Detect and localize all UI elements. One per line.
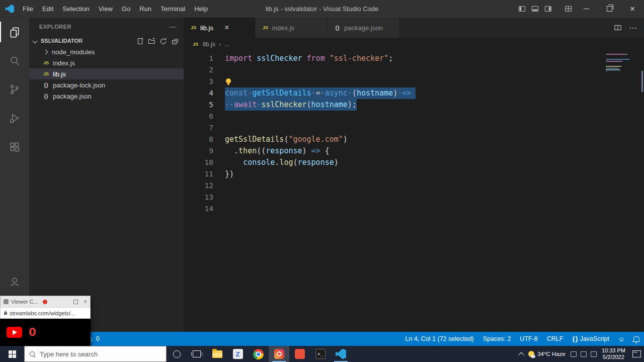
minimize-button[interactable] xyxy=(575,0,598,18)
tab-lib.js[interactable]: JSlib.js× xyxy=(184,18,256,38)
js-file-icon: JS xyxy=(42,71,50,76)
toggle-sidebar-icon[interactable] xyxy=(515,0,528,18)
project-section-header[interactable]: SSLVALIDATOR xyxy=(29,35,184,46)
refresh-icon[interactable] xyxy=(159,37,167,45)
code-area: 1import sslChecker from "ssl-checker";23… xyxy=(184,53,644,215)
json-file-icon: {} xyxy=(334,25,341,31)
run-debug-icon[interactable] xyxy=(0,104,29,132)
restore-button[interactable] xyxy=(598,0,621,18)
file-item-lib.js[interactable]: JSlib.js xyxy=(29,68,184,79)
explorer-more-actions-icon[interactable]: ⋯ xyxy=(169,23,177,31)
minimap[interactable] xyxy=(606,54,636,78)
search-input[interactable] xyxy=(39,350,161,358)
breadcrumb[interactable]: JS lib.js › ... xyxy=(184,38,644,51)
customize-layout-icon[interactable] xyxy=(561,0,575,18)
status-eol[interactable]: CRLF xyxy=(542,332,568,346)
system-tray: 34°C Haze 10:33 PM 5/2/2022 xyxy=(519,346,644,362)
toggle-panel-icon[interactable] xyxy=(528,0,541,18)
tray-status-icons[interactable] xyxy=(571,351,597,357)
extensions-icon[interactable] xyxy=(0,132,29,161)
code-line-4[interactable]: 4const·getSslDetails·=·async·(hostname)·… xyxy=(184,87,644,99)
new-folder-icon[interactable] xyxy=(148,37,155,45)
code-line-3[interactable]: 3 xyxy=(184,76,644,87)
menu-help[interactable]: Help xyxy=(190,0,212,18)
menu-view[interactable]: View xyxy=(94,0,117,18)
search-icon[interactable] xyxy=(0,46,29,75)
tab-index.js[interactable]: JSindex.js xyxy=(256,18,328,38)
viewer-close-icon[interactable]: × xyxy=(84,298,87,305)
start-button[interactable] xyxy=(0,346,24,362)
viewer-window-titlebar[interactable]: Viewer C... × xyxy=(0,296,91,307)
menu-selection[interactable]: Selection xyxy=(58,0,94,18)
file-item-package.json[interactable]: {}package.json xyxy=(29,90,184,102)
status-cursor-position[interactable]: Ln 4, Col 1 (72 selected) xyxy=(401,332,478,346)
file-item-package-lock.json[interactable]: {}package-lock.json xyxy=(29,79,184,90)
code-line-2[interactable]: 2 xyxy=(184,64,644,76)
viewer-maximize-icon[interactable] xyxy=(73,300,78,304)
menu-edit[interactable]: Edit xyxy=(38,0,58,18)
code-line-10[interactable]: 10 console.log(response) xyxy=(184,157,644,168)
app-orange-icon xyxy=(295,349,305,359)
taskbar-search[interactable] xyxy=(24,346,167,362)
line-number: 10 xyxy=(184,157,225,168)
code-editor[interactable]: 1import sslChecker from "ssl-checker";23… xyxy=(184,51,644,332)
code-line-9[interactable]: 9 .then((response) => { xyxy=(184,145,644,157)
tab-package.json[interactable]: {}package.json xyxy=(328,18,399,38)
tray-icon[interactable] xyxy=(571,351,577,357)
taskbar-app-chrome[interactable] xyxy=(248,346,269,362)
viewer-address-bar[interactable]: streamlabs.com/widgets/... xyxy=(0,307,91,319)
tab-label: lib.js xyxy=(200,24,213,32)
feedback-icon[interactable]: ☺ xyxy=(614,332,629,346)
hidden-icons-chevron[interactable] xyxy=(518,352,524,357)
code-line-14[interactable]: 14 xyxy=(184,203,644,215)
code-line-6[interactable]: 6 xyxy=(184,111,644,122)
minimap-line xyxy=(606,68,619,69)
action-center-icon[interactable] xyxy=(632,350,641,357)
file-item-node_modules[interactable]: node_modules xyxy=(29,46,184,57)
minimap-line xyxy=(606,61,622,62)
taskbar-app-app-window[interactable] xyxy=(227,346,248,362)
code-line-5[interactable]: 5··await·sslChecker(hostname); xyxy=(184,99,644,111)
json-file-icon: {} xyxy=(42,93,50,99)
menu-go[interactable]: Go xyxy=(117,0,135,18)
status-language-mode[interactable]: { }JavaScript xyxy=(568,332,614,346)
account-icon[interactable] xyxy=(0,267,29,296)
taskbar-app-terminal[interactable] xyxy=(310,346,331,362)
task-view-button[interactable] xyxy=(187,346,207,362)
code-line-8[interactable]: 8getSslDetails("google.com") xyxy=(184,134,644,145)
taskbar-app-file-explorer[interactable] xyxy=(207,346,227,362)
taskbar-app-camera[interactable] xyxy=(269,346,289,362)
cortana-button[interactable] xyxy=(167,346,187,362)
editor-more-actions-icon[interactable]: ⋯ xyxy=(629,23,637,33)
menu-file[interactable]: File xyxy=(18,0,38,18)
code-line-13[interactable]: 13 xyxy=(184,192,644,203)
line-number: 11 xyxy=(184,168,225,180)
taskbar-clock[interactable]: 10:33 PM 5/2/2022 xyxy=(602,347,625,360)
toggle-secondary-sidebar-icon[interactable] xyxy=(541,0,554,18)
taskbar-app-vscode[interactable] xyxy=(331,346,351,362)
file-item-index.js[interactable]: JSindex.js xyxy=(29,57,184,68)
tray-icon[interactable] xyxy=(591,351,597,357)
lightbulb-icon[interactable] xyxy=(226,78,231,83)
split-editor-icon[interactable] xyxy=(614,24,622,31)
code-line-12[interactable]: 12 xyxy=(184,180,644,192)
menu-run[interactable]: Run xyxy=(135,0,156,18)
code-line-7[interactable]: 7 xyxy=(184,122,644,134)
terminal-icon xyxy=(315,349,326,359)
notifications-bell-icon[interactable] xyxy=(629,332,644,346)
status-indentation[interactable]: Spaces: 2 xyxy=(478,332,516,346)
source-control-icon[interactable] xyxy=(0,75,29,104)
close-button[interactable]: × xyxy=(621,0,644,18)
menu-terminal[interactable]: Terminal xyxy=(156,0,190,18)
collapse-all-icon[interactable] xyxy=(171,37,179,45)
explorer-icon[interactable] xyxy=(0,18,29,46)
viewer-count-window[interactable]: Viewer C... × streamlabs.com/widgets/...… xyxy=(0,296,91,346)
status-encoding[interactable]: UTF-8 xyxy=(515,332,542,346)
code-line-11[interactable]: 11}) xyxy=(184,168,644,180)
new-file-icon[interactable] xyxy=(136,37,144,45)
code-line-1[interactable]: 1import sslChecker from "ssl-checker"; xyxy=(184,53,644,64)
weather-widget[interactable]: 34°C Haze xyxy=(528,351,566,357)
tray-icon[interactable] xyxy=(581,351,587,357)
taskbar-app-app-orange[interactable] xyxy=(289,346,310,362)
tab-close-icon[interactable]: × xyxy=(224,23,229,32)
